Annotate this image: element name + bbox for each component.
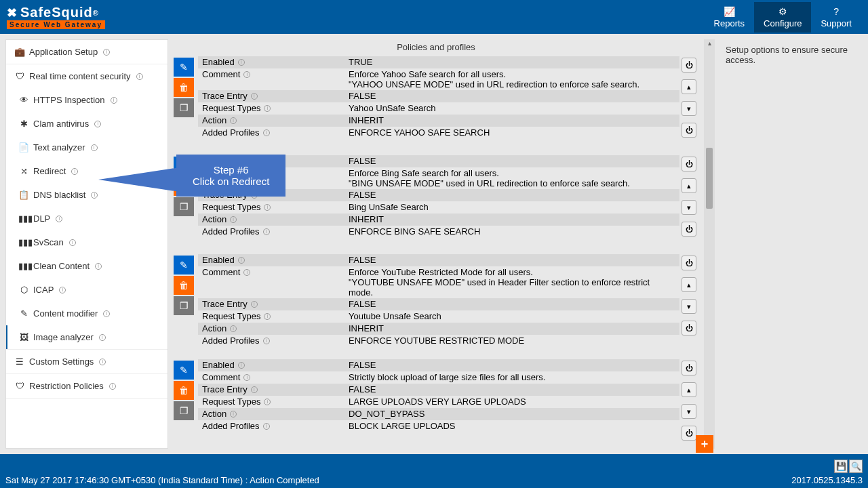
edit-button[interactable]: ✎ [174, 58, 194, 77]
sidebar-custom[interactable]: ☰Custom Settingsi [6, 350, 167, 373]
scroll-up-icon[interactable]: ▴ [704, 39, 715, 47]
field-value: TRUE [344, 56, 679, 68]
field-value: Enforce Bing Safe search for all users."… [344, 167, 679, 189]
move-up-button[interactable]: ▴ [682, 277, 696, 292]
power-button[interactable]: ⏻ [682, 58, 696, 73]
sidebar-rtcs[interactable]: 🛡 Real time content security i [6, 64, 167, 88]
delete-button[interactable]: 🗑 [174, 381, 194, 400]
field-value: FALSE [344, 384, 679, 395]
field-value: ENFORCE YOUTUBE RESTRICTED MODE [344, 335, 679, 346]
nav-configure[interactable]: ⚙ Configure [754, 2, 811, 33]
callout-line2: Click on Redirect [193, 176, 269, 187]
field-row: Added Profilesi BLOCK LARGE UPLOADS [198, 420, 679, 432]
field-value: DO_NOT_BYPASS [344, 408, 679, 420]
power-button[interactable]: ⏻ [682, 426, 696, 441]
info-icon: i [103, 49, 110, 56]
field-value: Enforce Yahoo Safe search for all users.… [344, 68, 679, 90]
field-label: Enabledi [198, 254, 344, 266]
field-row: Added Profilesi ENFORCE BING SAFE SEARCH [198, 226, 679, 238]
edit-button[interactable]: ✎ [174, 361, 194, 380]
delete-button[interactable]: 🗑 [174, 276, 194, 295]
info-icon: i [91, 192, 98, 199]
field-label: Actioni [198, 214, 344, 225]
power-button[interactable]: ⏻ [682, 361, 696, 375]
policy-block: ✎ 🗑 ❐ Enabledi FALSE Commenti Enforce Yo… [174, 254, 698, 347]
info-icon: i [56, 216, 62, 222]
clone-button[interactable]: ❐ [174, 98, 194, 117]
info-icon: i [264, 204, 271, 211]
info-icon: i [238, 59, 245, 66]
power-button[interactable]: ⏻ [682, 222, 696, 237]
tutorial-callout: Step #6 Click on Redirect [176, 155, 285, 197]
sidebar-clean[interactable]: ▮▮▮Clean Contenti [6, 254, 167, 278]
clone-button[interactable]: ❐ [174, 401, 194, 420]
field-label: Trace Entryi [198, 298, 344, 310]
move-up-button[interactable]: ▴ [682, 79, 696, 94]
field-label: Actioni [198, 115, 344, 126]
sidebar-svscan[interactable]: ▮▮▮SvScani [6, 230, 167, 254]
logo-subtitle: Secure Web Gateway [7, 20, 105, 29]
sidebar-text[interactable]: 📄Text analyzeri [6, 136, 167, 159]
sidebar-restriction[interactable]: 🛡Restriction Policiesi [6, 374, 167, 398]
add-button[interactable]: + [696, 435, 713, 453]
move-up-button[interactable]: ▴ [682, 178, 696, 193]
sidebar-app-setup[interactable]: 💼 Application Setup i [6, 40, 167, 64]
pencil-icon: ✎ [18, 308, 29, 319]
gears-icon: ⚙ [764, 6, 802, 17]
policy-block: ✎ 🗑 ❐ Enabledi TRUE Commenti Enforce Yah… [174, 56, 698, 143]
field-label: Trace Entryi [198, 384, 344, 395]
nav-reports[interactable]: 📈 Reports [705, 2, 755, 33]
info-icon: i [264, 399, 271, 405]
field-label: Request Typesi [198, 201, 344, 213]
field-label: Added Profilesi [198, 420, 344, 432]
info-icon: i [59, 287, 66, 293]
question-icon: ? [821, 6, 852, 17]
hexagon-icon: ⬡ [18, 285, 29, 295]
move-up-button[interactable]: ▴ [682, 382, 696, 397]
field-value: FALSE [344, 298, 679, 310]
clone-button[interactable]: ❐ [174, 197, 194, 216]
power-button[interactable]: ⏻ [682, 256, 696, 270]
scroll-thumb[interactable] [706, 148, 713, 209]
power-button[interactable]: ⏻ [682, 123, 696, 138]
move-down-button[interactable]: ▾ [682, 404, 696, 419]
field-label: Enabledi [198, 56, 344, 68]
nav-support[interactable]: ? Support [811, 2, 861, 33]
save-button[interactable]: 💾 [834, 460, 848, 473]
sidebar-icap[interactable]: ⬡ICAPi [6, 278, 167, 302]
field-label: Trace Entryi [198, 90, 344, 102]
field-row: Commenti Strictly block upload of large … [198, 371, 679, 384]
briefcase-icon: 💼 [14, 47, 25, 57]
field-value: INHERIT [344, 214, 679, 225]
info-icon: i [91, 144, 98, 151]
sidebar-content[interactable]: ✎Content modifieri [6, 302, 167, 325]
info-icon: i [99, 359, 106, 365]
field-label: Request Typesi [198, 310, 344, 322]
sidebar-clam[interactable]: ✱Clam antivirusi [6, 112, 167, 136]
sidebar-https[interactable]: 👁HTTPS Inspectioni [6, 88, 167, 112]
info-icon: i [109, 383, 116, 390]
move-down-button[interactable]: ▾ [682, 299, 696, 314]
field-row: Request Typesi Bing UnSafe Search [198, 201, 679, 214]
edit-button[interactable]: ✎ [174, 256, 194, 274]
field-row: Request Typesi Youtube Unsafe Search [198, 310, 679, 323]
field-value: INHERIT [344, 115, 679, 126]
field-value: Bing UnSafe Search [344, 201, 679, 213]
move-down-button[interactable]: ▾ [682, 200, 696, 215]
sidebar-dlp[interactable]: ▮▮▮DLPi [6, 207, 167, 230]
callout-arrow-icon [98, 167, 180, 192]
sidebar-image[interactable]: 🖼Image analyzeri [6, 325, 167, 349]
power-button[interactable]: ⏻ [682, 321, 696, 336]
field-label: Request Typesi [198, 396, 344, 407]
info-icon: i [251, 301, 258, 308]
move-down-button[interactable]: ▾ [682, 101, 696, 116]
delete-button[interactable]: 🗑 [174, 78, 194, 97]
search-button[interactable]: 🔍 [849, 460, 863, 473]
scrollbar[interactable]: ▴ ▾ [704, 39, 715, 449]
field-label: Added Profilesi [198, 335, 344, 346]
field-label: Actioni [198, 323, 344, 334]
field-row: Actioni INHERIT [198, 115, 679, 127]
field-value: FALSE [344, 90, 679, 102]
power-button[interactable]: ⏻ [682, 157, 696, 171]
clone-button[interactable]: ❐ [174, 296, 194, 315]
